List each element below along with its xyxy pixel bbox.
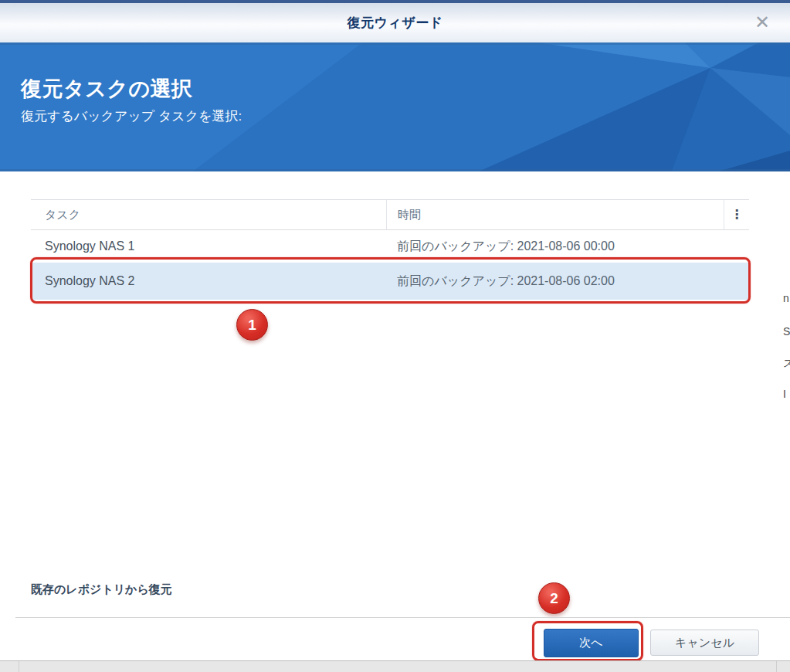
background-text-fragment: ス [783,357,790,371]
annotation-step-2-number: 2 [550,590,558,607]
column-menu-button[interactable]: ⋮ [724,200,749,229]
background-text-fragment: n [783,292,789,304]
column-header-time[interactable]: 時間 [386,200,724,229]
background-window-edge [0,660,790,672]
kebab-menu-icon: ⋮ [731,209,743,221]
background-divider [19,661,19,672]
close-button[interactable]: ✕ [750,10,775,35]
restore-from-existing-repository-link[interactable]: 既存のレポジトリから復元 [31,582,172,597]
next-button[interactable]: 次へ [544,629,639,657]
dialog-titlebar: 復元ウィザード ✕ [0,3,790,42]
page-title: 復元タスクの選択 [21,75,193,103]
annotation-step-2-badge: 2 [538,582,570,614]
annotation-step-1-number: 1 [248,317,256,334]
close-icon: ✕ [754,12,770,33]
dialog-title: 復元ウィザード [347,14,442,32]
column-header-task[interactable]: タスク [31,208,386,222]
wizard-banner: 復元タスクの選択 復元するバックアップ タスクを選択: [0,42,790,171]
background-divider [776,661,777,672]
annotation-step-1-badge: 1 [236,309,268,341]
background-text-fragment: S [783,325,790,338]
task-name: Synology NAS 1 [31,239,386,253]
annotation-highlight-selected-row [30,257,751,304]
footer-separator [15,617,790,618]
page-subtitle: 復元するバックアップ タスクを選択: [21,107,242,125]
cancel-button[interactable]: キャンセル [650,630,759,656]
table-header-row: タスク 時間 ⋮ [31,199,749,230]
last-backup-time: 前回のバックアップ: 2021-08-06 00:00 [386,239,724,255]
background-text-fragment: I [783,388,786,400]
